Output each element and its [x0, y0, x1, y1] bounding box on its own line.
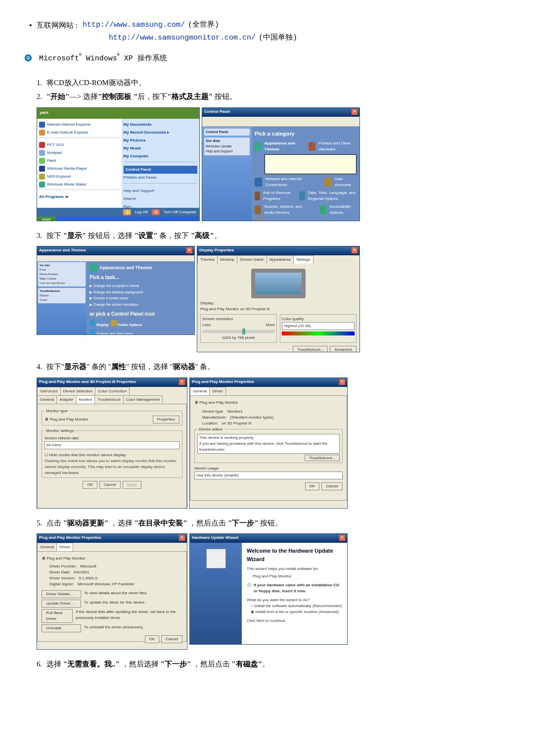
tab[interactable]: Driver — [209, 387, 225, 395]
logoff-button[interactable]: Log Off — [135, 209, 148, 215]
device-usage-select[interactable]: Use this device (enable) — [194, 472, 343, 479]
troubleshoot-button[interactable]: Troubleshoot... — [305, 455, 340, 461]
tooltip: Change the appearance of desktop items, … — [265, 154, 356, 174]
tab[interactable]: Troubleshoot — [94, 395, 123, 404]
tab-monitor[interactable]: Monitor — [76, 395, 95, 404]
startmenu-item[interactable]: My Computer — [124, 154, 149, 158]
screenshot-pnp-monitor-general: Plug and Play Monitor Properties× Genera… — [189, 378, 348, 509]
side-link[interactable]: Mouse Pointers — [40, 273, 58, 276]
ok-button[interactable]: OK — [83, 481, 97, 489]
reg-icon: ® — [79, 52, 82, 57]
tab[interactable]: Appearance — [267, 255, 294, 264]
link-samsung-global[interactable]: http://www.samsung.com/ — [83, 20, 185, 31]
startmenu-item[interactable]: Windows Movie Maker — [47, 182, 87, 188]
startmenu-item[interactable]: My Recent Documents ▸ — [124, 130, 169, 135]
resolution-slider[interactable] — [202, 330, 275, 333]
cancel-button[interactable]: Cancel — [99, 481, 121, 489]
startmenu-item[interactable]: MIDI Explorer — [47, 174, 71, 180]
tab-driver[interactable]: Driver — [56, 543, 73, 551]
ok-button[interactable]: OK — [305, 482, 320, 490]
cat-item[interactable]: Printers and Other Hardware — [318, 141, 356, 152]
ok-button[interactable]: OK — [145, 635, 160, 643]
task-link[interactable]: Change the desktop background — [93, 290, 143, 294]
startmenu-item[interactable]: My Music — [124, 146, 141, 150]
cat-item[interactable]: Add or Remove Programs — [263, 190, 291, 202]
close-icon[interactable]: × — [352, 109, 357, 115]
tab[interactable]: Adapter — [56, 395, 76, 404]
refresh-rate-select[interactable]: 60 Hertz — [44, 441, 179, 449]
startmenu-allprograms[interactable]: All Programs — [39, 194, 64, 200]
tab[interactable]: General — [37, 543, 57, 551]
tab[interactable]: Device Selection — [60, 387, 96, 395]
tab[interactable]: Screen Saver — [237, 255, 267, 264]
close-icon[interactable]: × — [179, 535, 185, 541]
side-link[interactable]: Windows Update — [206, 144, 232, 148]
startmenu-item[interactable]: Help and Support — [124, 187, 197, 195]
task-link[interactable]: Change the screen resolution — [93, 303, 138, 306]
cp-icon-display[interactable]: Display — [96, 323, 109, 327]
uninstall-button[interactable]: Uninstall — [42, 624, 81, 632]
close-icon[interactable]: × — [352, 247, 357, 253]
side-link[interactable]: Fonts — [40, 268, 46, 271]
driver-details-button[interactable]: Driver Details... — [42, 590, 81, 598]
turnoff-button[interactable]: Turn Off Computer — [164, 209, 196, 215]
startmenu-item[interactable]: E-mail Outlook Express — [47, 130, 89, 136]
startmenu-item[interactable]: Paint — [47, 158, 56, 164]
tab[interactable]: General — [37, 395, 57, 404]
startmenu-item[interactable]: Internet Internet Explorer — [47, 122, 91, 128]
tab-settings[interactable]: Settings — [293, 255, 313, 264]
tab[interactable]: Desktop — [217, 255, 237, 264]
cat-appearance[interactable]: Appearance and Themes — [265, 141, 300, 152]
startmenu-control-panel[interactable]: Control Panel — [126, 167, 151, 172]
tab[interactable]: Themes — [197, 255, 218, 264]
rollback-driver-button[interactable]: Roll Back Driver — [42, 609, 73, 623]
side-link[interactable]: Help and Support — [206, 149, 232, 153]
startmenu-item[interactable]: Notepad — [47, 150, 62, 156]
cat-item[interactable]: Sounds, Speech, and Audio Devices — [264, 204, 312, 216]
close-icon[interactable]: × — [339, 535, 345, 541]
cancel-button[interactable]: Cancel — [161, 635, 182, 643]
advanced-button[interactable]: Advanced — [330, 346, 356, 352]
task-link[interactable]: Choose a screen saver — [93, 296, 129, 300]
update-driver-button[interactable]: Update Driver... — [42, 600, 81, 608]
tab-general[interactable]: General — [190, 387, 210, 395]
startmenu-item[interactable]: Search — [124, 195, 197, 203]
side-link[interactable]: High Contrast — [40, 277, 56, 280]
cat-item[interactable]: Accessibility Options — [329, 204, 356, 216]
apply-button: Apply — [123, 481, 141, 489]
step-3: 3.按下 "显示" 按钮后，选择 "设置" 条，按下 "高级"。 — [37, 230, 509, 241]
troubleshoot-button[interactable]: Troubleshoot... — [293, 346, 328, 352]
startmenu-item[interactable]: My Pictures — [124, 138, 146, 142]
hide-modes-checkbox[interactable]: Hide modes that this monitor cannot disp… — [49, 453, 126, 457]
startmenu-item[interactable]: Windows Media Player — [47, 166, 87, 172]
startmenu-item[interactable]: Printers and Faxes — [124, 174, 197, 182]
side-link[interactable]: Sound — [40, 298, 47, 301]
wizard-option-auto[interactable]: Install the software automatically (Reco… — [254, 604, 342, 608]
link-samsung-cn[interactable]: http://www.samsungmonitor.com.cn/ — [109, 33, 256, 44]
cp-icon[interactable]: Folder Options — [118, 323, 142, 327]
properties-button[interactable]: Properties — [153, 416, 179, 424]
start-button[interactable]: start — [37, 217, 56, 221]
color-quality-select[interactable]: Highest (32 bit) — [282, 322, 355, 330]
tab[interactable]: GeForce3 — [37, 387, 61, 395]
tab[interactable]: Color Management — [123, 395, 163, 404]
cat-item[interactable]: Date, Time, Language, and Regional Optio… — [308, 190, 357, 202]
wizard-option-advanced[interactable]: Install from a list or specific location… — [255, 610, 339, 614]
task-link[interactable]: Change the computer's theme — [93, 284, 139, 287]
close-icon[interactable]: × — [179, 379, 185, 385]
close-icon[interactable]: × — [339, 379, 345, 385]
cat-item[interactable]: User Accounts — [335, 176, 356, 188]
cancel-button[interactable]: Cancel — [321, 482, 343, 490]
cat-item[interactable]: Performance and Maintenance — [267, 219, 320, 221]
close-icon[interactable]: × — [186, 247, 192, 253]
screenshot-hardware-update-wizard: Hardware Update Wizard× Welcome to the H… — [189, 533, 348, 645]
startmenu-item[interactable]: PCT 10.0 — [47, 142, 64, 148]
screenshot-pnp-monitor-driver: Plug and Play Monitor Properties× Genera… — [37, 533, 187, 650]
side-link[interactable]: User Account Picture — [40, 282, 65, 284]
step-2: 2."开始"—> 选择"控制面板 "后，按下"格式及主题" 按钮。 — [37, 91, 509, 102]
side-link[interactable]: Display — [40, 294, 49, 297]
cp-icon[interactable]: Taskbar and Start Menu — [96, 332, 133, 335]
tab[interactable]: Color Correction — [95, 387, 130, 395]
startmenu-item[interactable]: My Documents — [124, 122, 152, 127]
cat-item[interactable]: Network and Internet Connections — [265, 176, 316, 188]
